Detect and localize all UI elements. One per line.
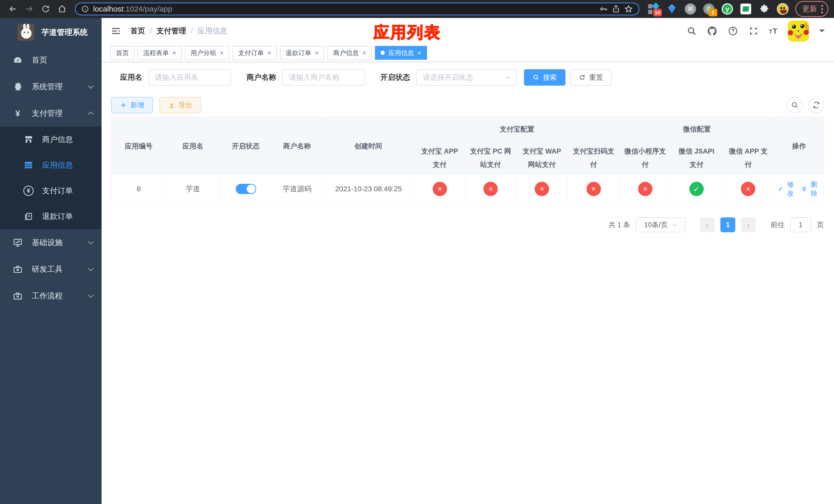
sidebar-item-label: 商户信息	[42, 134, 73, 145]
add-button[interactable]: 新增	[111, 97, 153, 113]
sidebar-item-refund-order[interactable]: 退款订单	[0, 204, 102, 229]
share-icon[interactable]	[612, 5, 620, 13]
site-info-icon[interactable]	[81, 5, 89, 13]
tab-close-icon[interactable]: ×	[172, 49, 176, 56]
tab-refund-order[interactable]: 退款订单×	[280, 46, 324, 60]
sidebar-item-merchant-info[interactable]: 商户信息	[0, 127, 102, 152]
header-search-icon[interactable]	[687, 26, 697, 36]
search-button[interactable]: 搜索	[524, 69, 566, 86]
reload-icon	[41, 5, 50, 13]
col-app-id: 应用编号	[112, 117, 166, 175]
sidebar-item-label: 首页	[32, 55, 93, 65]
tab-app-info[interactable]: 应用信息×	[375, 46, 427, 60]
forward-arrow-icon	[25, 4, 34, 14]
fullscreen-icon[interactable]	[748, 26, 759, 36]
col-alipay-wap: 支付宝 WAP 网站支付	[516, 141, 568, 175]
sidebar-collapse-button[interactable]	[111, 26, 121, 36]
tab-close-icon[interactable]: ×	[220, 49, 224, 56]
browser-reload-button[interactable]	[39, 2, 53, 16]
reset-button[interactable]: 重置	[570, 69, 612, 86]
sidebar-item-label: 基础设施	[32, 237, 89, 248]
browser-back-button[interactable]	[6, 2, 20, 16]
breadcrumb-current: 应用信息	[197, 26, 227, 36]
extension-grid-icon[interactable]: 10	[648, 3, 659, 15]
tab-merchant-info[interactable]: 商户信息×	[328, 46, 372, 60]
breadcrumb-home[interactable]: 首页	[130, 26, 145, 36]
prev-page-button[interactable]: ‹	[700, 217, 715, 232]
export-button[interactable]: 导出	[159, 97, 201, 113]
merchant-name-input[interactable]	[282, 69, 365, 86]
page-size-select[interactable]: 10条/页	[636, 217, 685, 232]
delete-link[interactable]: 删除	[802, 180, 820, 198]
sidebar-item-infrastructure[interactable]: 基础设施	[0, 229, 102, 256]
extension-gem-icon[interactable]	[666, 3, 678, 15]
next-page-button[interactable]: ›	[741, 217, 756, 232]
page-number-1[interactable]: 1	[720, 217, 735, 232]
sidebar-item-label: 支付管理	[32, 108, 89, 119]
col-ops: 操作	[774, 117, 824, 175]
password-key-icon[interactable]	[599, 5, 608, 13]
extension-y-icon[interactable]: y	[721, 3, 733, 15]
status-circle-icon: ×	[741, 182, 755, 196]
toolbox-icon	[12, 291, 24, 301]
tab-close-icon[interactable]: ×	[267, 49, 271, 56]
bookmark-star-icon[interactable]	[624, 5, 633, 13]
sidebar-item-home[interactable]: 首页	[0, 47, 102, 73]
tab-close-icon[interactable]: ×	[363, 49, 366, 56]
browser-menu-kebab-icon[interactable]	[821, 5, 823, 13]
browser-update-button[interactable]: 更新	[795, 1, 828, 17]
top-navbar: 首页 / 支付管理 / 应用信息 TT	[102, 18, 834, 44]
url-path: :1024/pay/app	[123, 5, 172, 13]
user-avatar[interactable]	[788, 21, 809, 42]
col-alipay-pc: 支付宝 PC 网站支付	[465, 141, 516, 175]
sidebar-item-workflow[interactable]: 工作流程	[0, 282, 102, 309]
grid-table-icon	[23, 160, 35, 170]
breadcrumb-section[interactable]: 支付管理	[156, 26, 186, 36]
help-icon[interactable]	[728, 26, 738, 36]
sidebar-item-pay-order[interactable]: ¥ 支付订单	[0, 178, 102, 204]
tab-user-group[interactable]: 用户分组×	[185, 46, 229, 60]
cell-alipay-qr-status: ×	[568, 175, 620, 203]
sidebar-item-label: 退款订单	[42, 211, 73, 222]
avatar-dropdown-caret-icon[interactable]	[819, 29, 825, 35]
status-toggle[interactable]	[236, 184, 256, 194]
extensions-puzzle-icon[interactable]	[758, 3, 770, 15]
browser-chrome: localhost:1024/pay/app 10 ⌘ 1 y	[0, 0, 834, 18]
font-size-icon[interactable]: TT	[769, 27, 777, 36]
cell-created: 2021-10-23 08:49:25	[322, 175, 415, 203]
tab-home[interactable]: 首页	[110, 46, 134, 60]
tab-pay-order[interactable]: 支付订单×	[232, 46, 277, 60]
goto-page-input[interactable]	[790, 217, 811, 232]
edit-link[interactable]: 修改	[778, 180, 796, 198]
search-icon	[791, 101, 798, 109]
address-bar[interactable]: localhost:1024/pay/app	[75, 3, 639, 15]
yen-circle-icon: ¥	[23, 186, 35, 196]
extension-recorder-icon[interactable]: 1	[703, 3, 715, 15]
sidebar-logo[interactable]: 芋道管理系统	[0, 18, 102, 47]
tab-process-form[interactable]: 流程表单×	[137, 46, 182, 60]
cell-alipay-pc-status: ×	[465, 175, 517, 203]
tab-close-icon[interactable]: ×	[315, 49, 319, 56]
col-app-name: 应用名	[166, 117, 220, 175]
extension-command-icon[interactable]: ⌘	[684, 3, 696, 15]
browser-home-button[interactable]	[55, 2, 69, 16]
tab-close-icon[interactable]: ×	[418, 49, 421, 56]
browser-profile-avatar[interactable]	[777, 3, 789, 15]
sidebar-item-dev-tools[interactable]: 研发工具	[0, 256, 102, 282]
github-icon[interactable]	[707, 26, 718, 37]
cell-wechat-app-status: ×	[722, 175, 774, 203]
status-select[interactable]: 请选择开启状态	[416, 69, 517, 86]
refresh-icon	[579, 74, 586, 81]
refresh-table-button[interactable]	[808, 97, 824, 113]
sidebar-item-payment[interactable]: ¥ 支付管理	[0, 100, 102, 127]
sidebar-item-app-info[interactable]: 应用信息	[0, 152, 102, 178]
sidebar-item-system[interactable]: 系统管理	[0, 73, 102, 100]
pagination: 共 1 条 10条/页 ‹ 1 › 前往 页	[111, 217, 824, 232]
status-circle-icon: ×	[587, 182, 601, 196]
download-icon	[168, 102, 175, 109]
app-name-input[interactable]	[149, 69, 231, 86]
browser-forward-button[interactable]	[22, 2, 37, 16]
app-table: 应用编号 应用名 开启状态 商户名称 创建时间 支付宝配置 支付宝 APP 支付…	[111, 117, 824, 203]
show-search-toggle-button[interactable]	[787, 97, 803, 113]
extension-chat-icon[interactable]	[740, 3, 752, 15]
